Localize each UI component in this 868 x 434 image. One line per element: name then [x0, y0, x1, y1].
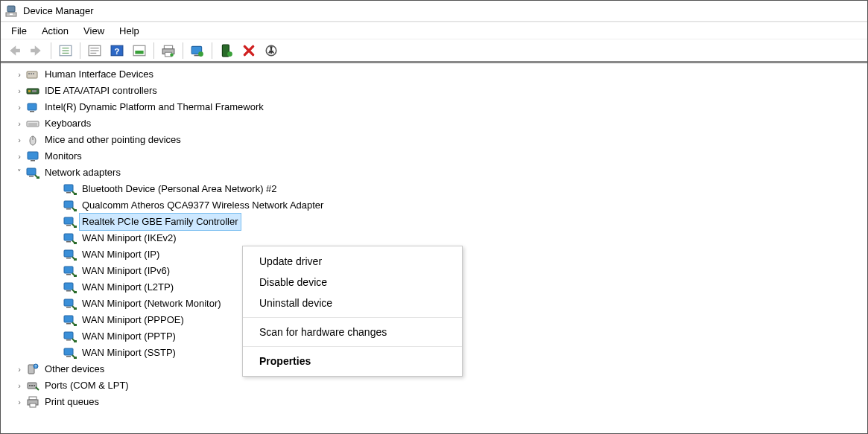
- svg-point-83: [31, 385, 33, 386]
- update-driver-icon[interactable]: [187, 42, 208, 60]
- net-icon: [63, 183, 77, 195]
- print-icon[interactable]: [158, 42, 179, 60]
- svg-rect-76: [66, 356, 71, 357]
- expand-toggle-icon[interactable]: ›: [14, 394, 25, 410]
- svg-rect-0: [7, 6, 15, 12]
- show-hide-tree-icon[interactable]: [55, 42, 76, 60]
- scan-hardware-icon[interactable]: [261, 42, 282, 60]
- svg-rect-63: [64, 283, 73, 290]
- net-icon: [63, 314, 77, 326]
- toolbar-separator: [212, 42, 212, 59]
- keyboard-icon: [26, 118, 39, 130]
- net-icon: [63, 216, 77, 228]
- uninstall-icon[interactable]: [238, 42, 259, 60]
- svg-rect-68: [74, 307, 77, 310]
- svg-point-23: [227, 51, 232, 57]
- tree-device-item[interactable]: ›WAN Miniport (IKEv2): [14, 230, 867, 246]
- svg-rect-20: [194, 54, 200, 56]
- svg-rect-67: [66, 307, 71, 308]
- tree-device-label: WAN Miniport (IKEv2): [80, 230, 179, 246]
- tree-category-monitors[interactable]: ›Monitors: [14, 148, 867, 165]
- menu-file[interactable]: File: [4, 24, 34, 38]
- net-icon: [63, 200, 77, 211]
- context-menu-item[interactable]: Update driver: [243, 251, 462, 272]
- tree-device-item[interactable]: ›Bluetooth Device (Personal Area Network…: [14, 181, 867, 197]
- svg-rect-45: [64, 185, 73, 191]
- tree-category-ports[interactable]: ›Ports (COM & LPT): [14, 377, 867, 394]
- tree-device-label: WAN Miniport (PPTP): [80, 328, 178, 345]
- net-icon: [63, 331, 77, 342]
- svg-rect-55: [66, 241, 71, 243]
- context-menu: Update driverDisable deviceUninstall dev…: [242, 246, 463, 377]
- properties-icon[interactable]: [84, 42, 105, 60]
- tree-category-label: Ports (COM & LPT): [42, 377, 131, 394]
- expand-toggle-icon[interactable]: ›: [14, 148, 25, 165]
- tree-device-label: WAN Miniport (Network Monitor): [80, 296, 224, 312]
- svg-rect-58: [66, 258, 71, 259]
- tree-category-label: Mice and other pointing devices: [42, 132, 183, 148]
- svg-rect-75: [64, 348, 73, 355]
- svg-rect-48: [64, 201, 73, 208]
- menu-view[interactable]: View: [76, 24, 112, 38]
- tree-category-mice[interactable]: ›Mice and other pointing devices: [14, 132, 867, 148]
- refresh-icon[interactable]: [129, 42, 150, 60]
- expand-toggle-icon[interactable]: ˅: [14, 165, 25, 181]
- mouse-icon: [26, 134, 39, 146]
- svg-rect-29: [33, 73, 34, 74]
- help-icon[interactable]: ?: [107, 42, 127, 60]
- tree-category-keyboards[interactable]: ›Keyboards: [14, 115, 867, 132]
- svg-rect-15: [164, 45, 172, 49]
- menubar: File Action View Help: [1, 22, 867, 39]
- svg-rect-65: [74, 291, 77, 293]
- menu-action[interactable]: Action: [34, 24, 76, 38]
- svg-rect-40: [28, 152, 38, 159]
- tree-device-item[interactable]: ›Realtek PCIe GBE Family Controller: [14, 214, 867, 230]
- svg-rect-44: [37, 176, 39, 179]
- expand-toggle-icon[interactable]: ›: [14, 132, 25, 148]
- tree-device-label: Realtek PCIe GBE Family Controller: [80, 214, 241, 230]
- context-menu-item[interactable]: Scan for hardware changes: [243, 322, 462, 342]
- tree-category-printq[interactable]: ›Print queues: [14, 394, 867, 410]
- svg-rect-31: [28, 90, 31, 92]
- tree-device-item[interactable]: ›Qualcomm Atheros QCA9377 Wireless Netwo…: [14, 197, 867, 214]
- svg-rect-72: [64, 332, 73, 339]
- expand-toggle-icon[interactable]: ›: [14, 115, 25, 132]
- expand-toggle-icon[interactable]: ›: [14, 361, 25, 377]
- svg-rect-51: [64, 217, 73, 224]
- hid-icon: [26, 68, 39, 80]
- expand-toggle-icon[interactable]: ›: [14, 377, 25, 394]
- expand-toggle-icon[interactable]: ›: [14, 83, 25, 99]
- expand-toggle-icon[interactable]: ›: [14, 66, 25, 83]
- svg-rect-73: [66, 339, 71, 341]
- context-menu-item[interactable]: Properties: [243, 351, 462, 371]
- arrow-right-icon: [26, 42, 47, 60]
- svg-rect-28: [31, 73, 32, 74]
- svg-rect-56: [74, 242, 77, 244]
- tree-category-label: Monitors: [42, 148, 84, 165]
- tree-category-label: Human Interface Devices: [42, 66, 156, 83]
- enable-device-icon[interactable]: [216, 42, 237, 60]
- arrow-left-icon: [4, 42, 25, 60]
- svg-rect-34: [30, 111, 34, 112]
- svg-text:?: ?: [35, 364, 37, 368]
- menu-help[interactable]: Help: [112, 24, 147, 38]
- tree-category-dptf[interactable]: ›Intel(R) Dynamic Platform and Thermal F…: [14, 99, 867, 115]
- context-menu-item[interactable]: Disable device: [243, 272, 462, 293]
- context-menu-item[interactable]: Uninstall device: [243, 293, 462, 313]
- svg-point-21: [198, 51, 203, 57]
- svg-rect-2: [10, 13, 13, 15]
- tree-category-hid[interactable]: ›Human Interface Devices: [14, 66, 867, 83]
- toolbar-separator: [80, 42, 80, 59]
- svg-rect-57: [64, 250, 73, 257]
- tree-device-label: Qualcomm Atheros QCA9377 Wireless Networ…: [80, 197, 326, 214]
- tree-category-label: Intel(R) Dynamic Platform and Thermal Fr…: [42, 99, 266, 115]
- tree-category-label: Other devices: [42, 361, 107, 377]
- titlebar: Device Manager: [1, 1, 867, 22]
- tree-category-net[interactable]: ˅Network adapters: [14, 165, 867, 181]
- svg-rect-62: [74, 275, 77, 277]
- svg-rect-53: [74, 226, 77, 228]
- tree-category-ide[interactable]: ›IDE ATA/ATAPI controllers: [14, 83, 867, 99]
- expand-toggle-icon[interactable]: ›: [14, 99, 25, 115]
- svg-rect-54: [64, 234, 73, 240]
- net-icon: [63, 249, 77, 261]
